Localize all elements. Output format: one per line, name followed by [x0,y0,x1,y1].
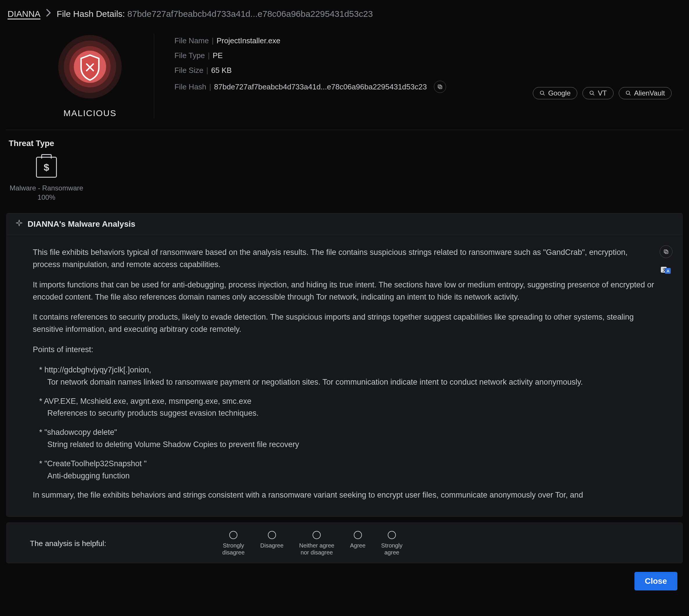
radio-icon [268,531,276,539]
search-icon [539,90,545,96]
external-link-vt-label: VT [598,89,607,97]
svg-text:文: 文 [662,268,666,272]
radio-icon [229,531,238,539]
sparkle-icon [15,219,23,229]
radio-icon [388,531,396,539]
external-link-google-label: Google [548,89,571,97]
feedback-option[interactable]: Neither agreenor disagree [299,531,334,556]
analysis-paragraph: It contains references to security produ… [33,311,656,335]
meta-file-name-label: File Name [174,36,209,45]
svg-rect-12 [665,251,668,254]
feedback-option-label: Agree [350,542,365,549]
meta-file-size-value: 65 KB [211,66,231,75]
radio-icon [313,531,321,539]
analysis-panel: DIANNA's Malware Analysis 文A This file e… [6,213,683,517]
threat-type-name: Malware - Ransomware [9,184,83,192]
poi-line-secondary: String related to deleting Volume Shadow… [33,439,656,451]
feedback-option[interactable]: Stronglydisagree [222,531,245,556]
breadcrumb-root-link[interactable]: DIANNA [7,9,40,19]
svg-text:A: A [667,269,670,273]
poi-item: http://gdcbghvjyqy7jclk[.]onion,Tor netw… [33,364,656,389]
threat-type-item: $ Malware - Ransomware 100% [9,157,84,201]
poi-item: AVP.EXE, Mcshield.exe, avgnt.exe, msmpen… [33,395,656,420]
feedback-option[interactable]: Agree [350,531,365,556]
external-link-google[interactable]: Google [533,87,577,99]
poi-line-primary: "shadowcopy delete" [33,426,656,439]
feedback-option-label: Disagree [260,542,284,549]
analysis-paragraph: It imports functions that can be used fo… [33,279,656,303]
svg-rect-4 [439,86,442,89]
breadcrumb: DIANNA File Hash Details: 87bde727af7bea… [6,9,683,19]
poi-line-primary: AVP.EXE, Mcshield.exe, avgnt.exe, msmpen… [33,395,656,408]
poi-item: "shadowcopy delete"String related to del… [33,426,656,451]
close-button[interactable]: Close [635,572,677,591]
external-link-alienvault[interactable]: AlienVault [619,87,672,99]
page-title-label: File Hash Details: [57,9,125,19]
briefcase-dollar-icon: $ [36,157,57,178]
poi-line-secondary: Tor network domain names linked to ranso… [33,376,656,389]
analysis-summary: In summary, the file exhibits behaviors … [33,489,656,501]
poi-line-primary: http://gdcbghvjyqy7jclk[.]onion, [33,364,656,376]
poi-line-secondary: Anti-debugging function [33,470,656,482]
radio-icon [354,531,362,539]
feedback-option-label: Stronglyagree [381,542,402,556]
external-link-vt[interactable]: VT [582,87,614,99]
threat-type-percent: 100% [38,193,55,201]
threat-type-heading: Threat Type [9,139,683,148]
search-icon [625,90,631,96]
svg-line-9 [593,94,594,95]
meta-file-hash-value: 87bde727af7beabcb4d733a41d...e78c06a96ba… [214,83,427,91]
meta-file-type-value: PE [213,51,223,60]
search-icon [589,90,595,96]
meta-file-hash-label: File Hash [174,83,206,91]
feedback-option-label: Stronglydisagree [222,542,245,556]
verdict-label: MALICIOUS [63,108,116,118]
feedback-option[interactable]: Stronglyagree [381,531,402,556]
svg-point-10 [626,91,629,95]
verdict-shield-icon [57,34,123,100]
copy-hash-button[interactable] [434,81,446,93]
meta-file-size-label: File Size [174,66,203,75]
svg-rect-13 [664,250,667,252]
chevron-right-icon [46,9,51,19]
svg-line-11 [629,94,630,95]
analysis-paragraph: This file exhibits behaviors typical of … [33,246,656,271]
feedback-bar: The analysis is helpful: Stronglydisagre… [6,523,683,563]
feedback-prompt: The analysis is helpful: [30,539,106,548]
poi-item: "CreateToolhelp32Snapshot "Anti-debuggin… [33,458,656,482]
analysis-panel-title: DIANNA's Malware Analysis [27,219,135,229]
feedback-option-label: Neither agreenor disagree [299,542,334,556]
svg-point-8 [590,91,594,95]
svg-point-6 [540,91,543,95]
poi-header: Points of interest: [33,344,656,356]
poi-line-primary: "CreateToolhelp32Snapshot " [33,458,656,470]
page-title-hash: 87bde727af7beabcb4d733a41d...e78c06a96ba… [127,9,373,19]
feedback-option[interactable]: Disagree [260,531,284,556]
poi-line-secondary: References to security products suggest … [33,407,656,419]
translate-button[interactable]: 文A [661,266,671,274]
meta-file-type-label: File Type [174,51,205,60]
svg-rect-5 [438,85,441,88]
svg-line-7 [543,94,544,95]
meta-file-name-value: ProjectInstaller.exe [217,36,280,45]
external-link-alienvault-label: AlienVault [634,89,665,97]
copy-analysis-button[interactable] [660,245,672,258]
